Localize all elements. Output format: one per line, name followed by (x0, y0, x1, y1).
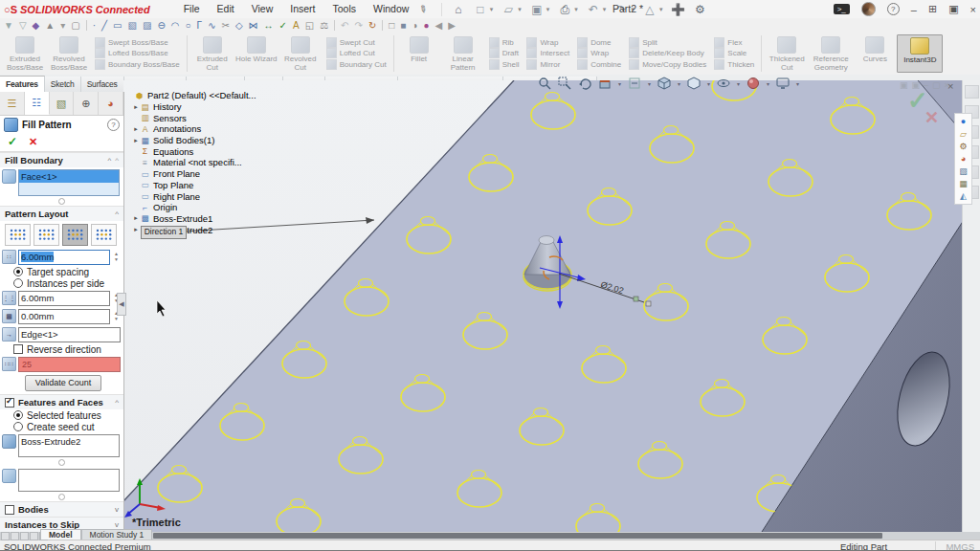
tree-item-top-plane[interactable]: ▭Top Plane (126, 180, 308, 191)
pin-menu-icon[interactable]: ✎ (417, 3, 430, 16)
user-avatar[interactable] (861, 2, 876, 16)
ribbon-button-extruded-cut[interactable]: Extruded Cut (190, 34, 234, 73)
tree-item-history[interactable]: ▸▤History (126, 101, 308, 113)
options-gear-icon[interactable]: ⚙ (693, 3, 706, 16)
create-seed-cut-radio[interactable] (13, 422, 23, 431)
dropdown-caret-icon[interactable]: ▾ (659, 6, 663, 13)
save-icon[interactable]: ▣ (530, 3, 544, 16)
menu-window[interactable]: Window (365, 0, 417, 18)
tab-scroll-button[interactable] (11, 532, 19, 540)
target-spacing-radio[interactable] (13, 267, 23, 276)
zoom-area-icon[interactable] (558, 77, 571, 90)
menu-edit[interactable]: Edit (209, 0, 243, 18)
bottom-scroll-thumb[interactable] (153, 533, 882, 539)
collapse-icon[interactable]: ^ (115, 398, 119, 407)
square-layout-button[interactable] (62, 224, 88, 246)
cancel-button[interactable]: ✕ (29, 136, 37, 148)
dropdown-caret-icon[interactable]: ▾ (603, 6, 607, 13)
menu-view[interactable]: View (243, 0, 282, 18)
restore-icon[interactable]: ▣ (948, 3, 958, 15)
ribbon-button-dome[interactable]: Dome (577, 37, 621, 48)
help-icon[interactable]: ? (107, 119, 120, 131)
threedexperience-icon[interactable]: ● (957, 116, 969, 127)
edit-appearance-icon[interactable] (746, 77, 760, 90)
appearance-small-icon[interactable]: ● (423, 19, 429, 32)
measure-icon[interactable]: ◱ (305, 19, 314, 32)
polygon-layout-button[interactable] (91, 224, 117, 246)
ribbon-button-linear-pattern[interactable]: Linear Pattern (441, 34, 485, 73)
direction-callout[interactable]: Direction 1 (141, 226, 187, 239)
spacing-input[interactable]: 6.00mm (18, 250, 110, 265)
pattern-layout-header[interactable]: Pattern Layout (5, 209, 115, 219)
ribbon-button-boundary-boss-base[interactable]: Boundary Boss/Base (95, 59, 180, 70)
expand-arrow-icon[interactable]: ▸ (132, 103, 140, 111)
tree-item-boss-extrude1[interactable]: ▸▩Boss-Extrude1 (126, 213, 308, 225)
features-and-faces-header[interactable]: Features and Faces (18, 397, 115, 408)
ribbon-button-thickened-cut[interactable]: Thickened Cut (765, 34, 809, 73)
command-prompt-icon[interactable]: >_ (834, 4, 850, 14)
minimize-icon[interactable]: – (911, 4, 917, 15)
tree-item-right-plane[interactable]: ▭Right Plane (126, 190, 308, 202)
menu-file[interactable]: File (175, 0, 209, 18)
sketch-polyline-icon[interactable]: Γ (197, 19, 203, 32)
selected-features-radio[interactable] (13, 410, 23, 420)
ribbon-button-fillet[interactable]: Fillet (397, 34, 441, 73)
dropdown-caret-icon[interactable]: ▾ (707, 80, 710, 87)
previous-view-icon[interactable] (578, 77, 591, 90)
ribbon-button-swept-boss-base[interactable]: Swept Boss/Base (95, 37, 180, 48)
close-icon[interactable]: × (970, 4, 976, 15)
print-icon[interactable]: ⎙ (558, 3, 571, 16)
ribbon-button-mirror[interactable]: Mirror (526, 59, 569, 70)
undo-icon[interactable]: ↶ (587, 3, 600, 16)
fill-boundary-selection-box[interactable]: Face<1> (18, 169, 120, 196)
ribbon-button-shell[interactable]: Shell (489, 59, 520, 70)
ribbon-button-intersect[interactable]: Intersect (526, 48, 569, 58)
confirm-cancel-icon[interactable]: ✕ (924, 111, 957, 124)
ribbon-button-boundary-cut[interactable]: Boundary Cut (326, 59, 387, 70)
chat-icon[interactable]: ◭ (957, 190, 969, 202)
panel-splitter-handle[interactable]: ◀ (117, 293, 126, 316)
panel-scroll-up-icon[interactable]: ^ (115, 156, 119, 165)
filter-magic-icon[interactable]: ◆ (33, 19, 40, 32)
tree-item-origin[interactable]: ⌐Origin (126, 202, 308, 213)
viewport-close-icon[interactable]: × (947, 80, 953, 92)
filter-clear-icon[interactable]: ▽ (19, 19, 27, 32)
dropdown-caret-icon[interactable]: ▾ (767, 80, 769, 87)
dropdown-caret-icon[interactable]: ▾ (678, 80, 680, 87)
fill-boundary-header[interactable]: Fill Boundary (5, 155, 107, 165)
ok-button[interactable]: ✓ (8, 135, 17, 148)
expand-arrow-icon[interactable]: ▸ (132, 137, 140, 144)
tree-item-front-plane[interactable]: ▭Front Plane (126, 168, 308, 180)
resize-handle[interactable] (58, 459, 65, 466)
new-document-icon[interactable]: □ (474, 3, 487, 16)
expand-arrow-icon[interactable]: ▸ (132, 125, 140, 133)
tree-item-sensors[interactable]: ▥Sensors (126, 112, 308, 123)
tab-model[interactable]: Model (40, 529, 81, 540)
ribbon-button-flex[interactable]: Flex (714, 37, 754, 48)
dropdown-caret-icon[interactable]: ▾ (796, 80, 799, 87)
tree-item-annotations[interactable]: ▸AAnnotations (126, 123, 308, 135)
ribbon-button-wrap[interactable]: Wrap (577, 48, 621, 58)
design-tree-tab[interactable]: ☰ (0, 92, 25, 115)
custom-properties-icon[interactable]: ▦ (957, 178, 969, 189)
ribbon-button-revolved-cut[interactable]: Revolved Cut (278, 34, 323, 73)
ribbon-button-extruded-boss-base[interactable]: Extruded Boss/Base (3, 34, 47, 73)
home-icon[interactable]: ⌂ (452, 3, 465, 16)
design-library-icon[interactable]: ▱ (957, 128, 969, 140)
redo-view-icon[interactable]: ↷ (354, 19, 362, 32)
expand-arrow-icon[interactable]: ▸ (132, 226, 140, 233)
expand-arrow-icon[interactable]: ▸ (132, 214, 140, 222)
note-icon[interactable]: A (293, 19, 300, 32)
ribbon-button-thicken[interactable]: Thicken (714, 59, 754, 70)
dropdown-arrow-icon[interactable]: ▾ (60, 19, 65, 32)
view-palette-icon[interactable]: ▧ (957, 165, 969, 177)
filter-funnel-icon[interactable]: ▼ (4, 19, 13, 32)
sketch-point-icon[interactable]: · (93, 19, 96, 32)
section-small-icon[interactable]: ◑ (412, 19, 417, 32)
ribbon-button-rib[interactable]: Rib (489, 37, 520, 48)
property-manager-tab[interactable]: ☷ (25, 92, 50, 115)
toolbox-icon[interactable]: ⚙ (957, 141, 969, 152)
ribbon-button-delete-keep-body[interactable]: Delete/Keep Body (629, 48, 706, 58)
menu-insert[interactable]: Insert (281, 0, 323, 18)
features-and-faces-checkbox[interactable] (5, 398, 14, 408)
